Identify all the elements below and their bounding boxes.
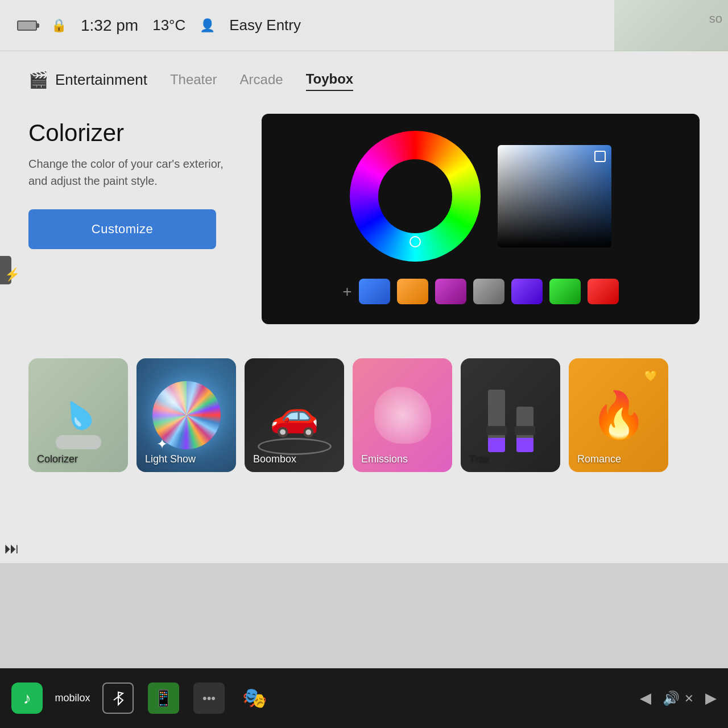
card-emissions-label: Emissions — [361, 453, 408, 465]
colorizer-description: Change the color of your car's exterior,… — [28, 155, 228, 189]
phone-button[interactable]: 📱 — [148, 682, 179, 714]
card-lightshow-label: Light Show — [145, 453, 196, 465]
mobilox-text: mobilox — [57, 682, 88, 714]
temperature-display: 13°C — [152, 16, 185, 34]
more-apps-button[interactable]: ••• — [193, 682, 225, 714]
volume-icon[interactable]: 🔊 — [663, 690, 680, 706]
bluetooth-button[interactable] — [102, 682, 134, 714]
nav-prev-button[interactable]: ◀ — [640, 689, 651, 707]
card-boombox[interactable]: 🚗 Boombox — [245, 358, 344, 472]
color-swatches: + — [342, 279, 618, 304]
card-lightshow[interactable]: ✦ Light Show — [136, 358, 236, 472]
easy-entry-label: Easy Entry — [229, 16, 301, 34]
swatch-gray[interactable] — [473, 279, 504, 304]
nav-tabs: 🎬 Entertainment Theater Arcade Toybox — [28, 68, 700, 91]
main-content: 🎬 Entertainment Theater Arcade Toybox Co… — [0, 51, 728, 563]
trax-slider-1 — [488, 390, 505, 452]
sticker-button[interactable]: 🎭 — [239, 682, 270, 714]
taskbar: ♪ mobilox 📱 ••• 🎭 ◀ 🔊 ✕ ▶ — [0, 668, 728, 728]
sound-rings — [258, 438, 332, 455]
card-colorizer-label: Colorizer — [37, 453, 78, 465]
trax-handle-2 — [515, 426, 535, 435]
trax-accent-2 — [516, 438, 533, 452]
card-trax[interactable]: Trax — [461, 358, 560, 472]
color-picker-main — [279, 131, 682, 262]
lock-icon: 🔒 — [51, 18, 67, 33]
trax-handle-1 — [486, 426, 507, 435]
time-display: 1:32 pm — [81, 16, 138, 35]
emissions-blob — [374, 387, 431, 444]
lightning-icon: ⚡ — [5, 267, 20, 282]
tab-arcade[interactable]: Arcade — [240, 69, 283, 90]
color-wheel-cursor[interactable] — [410, 236, 421, 247]
disco-sparkle: ✦ — [156, 436, 168, 452]
tab-toybox[interactable]: Toybox — [306, 68, 354, 91]
color-gradient-box[interactable] — [498, 145, 611, 247]
customize-button[interactable]: Customize — [28, 209, 216, 249]
swatch-red[interactable] — [588, 279, 619, 304]
swatch-blue[interactable] — [359, 279, 390, 304]
card-romance[interactable]: 🔥 💛 Romance — [569, 358, 668, 472]
tab-theater[interactable]: Theater — [170, 69, 217, 90]
dropper-icon: 💧 — [55, 392, 102, 438]
car-icon: 🚗 — [270, 392, 319, 439]
nav-brand: 🎬 Entertainment — [28, 71, 147, 89]
battery-icon — [17, 20, 37, 31]
nav-next-button[interactable]: ▶ — [705, 689, 717, 707]
swatch-violet[interactable] — [511, 279, 543, 304]
card-boombox-label: Boombox — [253, 453, 296, 465]
trax-slider-2 — [516, 407, 533, 452]
film-icon: 🎬 — [28, 71, 48, 89]
nav-brand-label[interactable]: Entertainment — [55, 71, 147, 89]
mute-icon[interactable]: ✕ — [684, 692, 694, 705]
color-wheel[interactable] — [350, 131, 481, 262]
person-icon: 👤 — [200, 18, 215, 33]
volume-control: 🔊 ✕ — [663, 690, 694, 706]
heart-icon: 💛 — [644, 370, 657, 382]
fire-icon: 🔥 — [590, 388, 647, 442]
add-swatch-button[interactable]: + — [342, 283, 351, 301]
color-picker-preview: + — [262, 114, 700, 324]
dots-icon: ••• — [202, 691, 216, 706]
map-overlay-text: so — [709, 11, 722, 26]
card-emissions[interactable]: Emissions — [353, 358, 452, 472]
status-bar-left: 🔒 1:32 pm 13°C 👤 Easy Entry — [17, 16, 301, 35]
trax-sliders — [488, 378, 533, 452]
status-bar: 🔒 1:32 pm 13°C 👤 Easy Entry so — [0, 0, 728, 51]
color-gradient-cursor[interactable] — [594, 151, 606, 162]
spotify-icon[interactable]: ♪ — [11, 682, 43, 714]
card-colorizer[interactable]: 💧 Colorizer — [28, 358, 128, 472]
swatch-orange[interactable] — [397, 279, 428, 304]
color-wheel-inner — [378, 159, 452, 233]
swatch-green[interactable] — [549, 279, 581, 304]
trax-accent-1 — [488, 438, 505, 452]
color-wheel-container[interactable] — [350, 131, 481, 262]
card-trax-label: Trax — [469, 453, 489, 465]
bluetooth-icon — [111, 690, 125, 707]
play-next-button[interactable]: ⏭ — [5, 540, 19, 557]
taskbar-nav: ◀ 🔊 ✕ ▶ — [640, 689, 717, 707]
colorizer-pill — [56, 435, 101, 449]
colorizer-section: Colorizer Change the color of your car's… — [28, 114, 700, 324]
app-cards-row: 💧 Colorizer ✦ Light Show 🚗 Boombox — [28, 353, 700, 478]
colorizer-title: Colorizer — [28, 119, 228, 147]
card-romance-label: Romance — [577, 453, 621, 465]
swatch-purple[interactable] — [435, 279, 466, 304]
colorizer-info: Colorizer Change the color of your car's… — [28, 114, 228, 324]
